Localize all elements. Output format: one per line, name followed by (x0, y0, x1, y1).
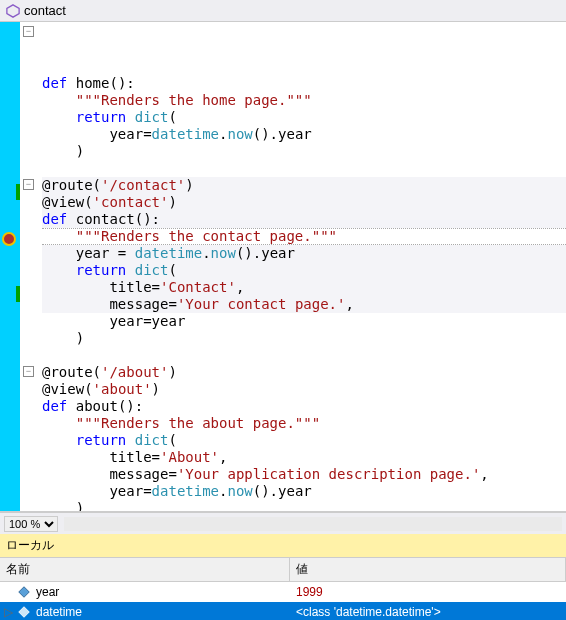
h-scrollbar[interactable] (64, 517, 562, 531)
locals-row[interactable]: year 1999 (0, 582, 566, 602)
variable-icon (16, 605, 32, 619)
svg-marker-1 (19, 587, 30, 598)
locals-panel-title: ローカル (0, 534, 566, 558)
code-editor[interactable]: − − − def home(): """Renders the home pa… (0, 22, 566, 512)
breakpoint-margin[interactable] (0, 22, 20, 511)
breadcrumb-bar: contact (0, 0, 566, 22)
code-area[interactable]: def home(): """Renders the home page."""… (42, 22, 566, 511)
fold-gutter[interactable]: − − − (20, 22, 42, 511)
var-value: <class 'datetime.datetime'> (290, 605, 566, 619)
zoom-select[interactable]: 100 % (4, 516, 58, 532)
zoom-bar: 100 % (0, 512, 566, 534)
locals-header: 名前 値 (0, 558, 566, 582)
col-name-header[interactable]: 名前 (0, 558, 290, 581)
var-name: year (36, 585, 290, 599)
variable-icon (16, 585, 32, 599)
locals-row[interactable]: ▷ datetime <class 'datetime.datetime'> (0, 602, 566, 620)
fold-toggle[interactable]: − (23, 179, 34, 190)
expand-icon[interactable]: ▷ (0, 605, 16, 619)
var-value: 1999 (290, 585, 566, 599)
svg-marker-2 (19, 607, 30, 618)
breadcrumb-title[interactable]: contact (24, 3, 66, 18)
var-name: datetime (36, 605, 290, 619)
col-value-header[interactable]: 値 (290, 558, 566, 581)
svg-marker-0 (7, 4, 19, 16)
fold-toggle[interactable]: − (23, 26, 34, 37)
module-icon (6, 4, 20, 18)
breakpoint-icon[interactable] (2, 232, 16, 246)
fold-toggle[interactable]: − (23, 366, 34, 377)
